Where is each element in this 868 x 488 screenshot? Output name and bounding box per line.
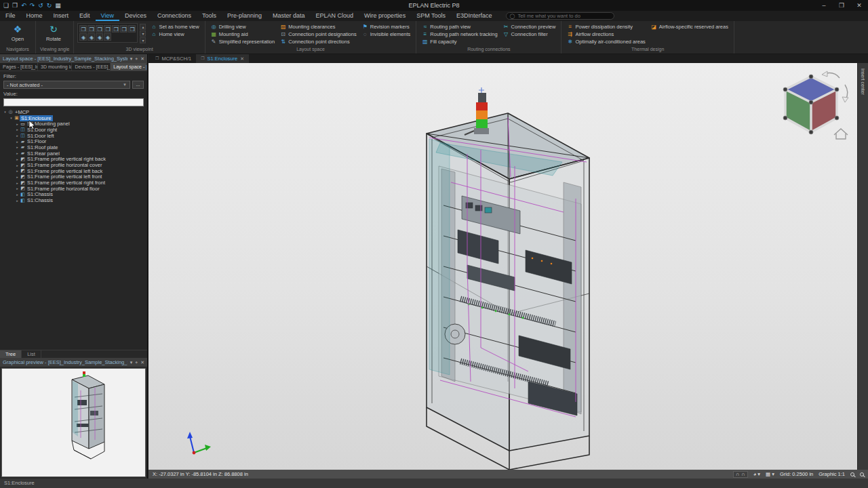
connection-filter-button[interactable]: ▽Connection filter <box>501 30 558 38</box>
tree-item-s1-frame-profile-vertical-left-back[interactable]: ▸◩S1:Frame profile vertical left back <box>0 168 147 174</box>
expander-closed-icon[interactable]: ▸ <box>15 169 20 173</box>
redo-icon[interactable]: ↷ <box>30 0 35 11</box>
routing-path-network-tracking-button[interactable]: ≡Routing path network tracking <box>420 30 499 38</box>
document-tab-s1-enclosure[interactable]: ❒S1:Enclosure✕ <box>196 54 249 63</box>
menu-home[interactable]: Home <box>21 11 48 21</box>
navigator-tab-layout-space-e[interactable]: Layout space - [E... <box>111 63 147 70</box>
logic-snap-icon[interactable]: ∩ <box>736 471 739 478</box>
simplified-representation-button[interactable]: ✎Simplified representation <box>209 38 277 45</box>
navigator-tab-3d-mounting-lay[interactable]: 3D mounting lay... <box>38 63 72 70</box>
layer-icon[interactable]: ◕ ▾ <box>753 471 760 478</box>
open-button[interactable]: ❖Open <box>3 22 32 42</box>
invisible-elements-button[interactable]: ◌Invisible elements <box>360 30 413 38</box>
revision-markers-button[interactable]: ⚑Revision markers <box>360 23 413 30</box>
tree-item-s1-frame-profile-vertical-right-front[interactable]: ▸◩S1:Frame profile vertical right front <box>0 180 147 186</box>
routing-path-view-button[interactable]: ≈Routing path view <box>420 23 499 30</box>
filter-combobox[interactable]: - Not activated - ▼ <box>3 81 130 89</box>
preview-close-icon[interactable]: ✕ <box>140 360 144 365</box>
optimally-air-conditioned-areas-button[interactable]: ❄Optimally air-conditioned areas <box>565 38 647 45</box>
tree-item-s1-frame-profile-vertical-right-back[interactable]: ▸◩S1:Frame profile vertical right back <box>0 157 147 163</box>
airflow-specific-reserved-areas-button[interactable]: ◪Airflow-specific reserved areas <box>649 23 730 30</box>
fill-capacity-button[interactable]: ▥Fill capacity <box>420 38 499 45</box>
menu-view[interactable]: View <box>96 11 119 21</box>
menu-edit[interactable]: Edit <box>74 11 96 21</box>
grid-display-icon[interactable]: ▦ ▾ <box>766 471 774 478</box>
restore-button[interactable]: ❐ <box>833 0 850 11</box>
zoom-in-icon[interactable] <box>850 472 854 476</box>
view-tab-tree[interactable]: Tree <box>0 350 22 358</box>
redo-list-icon[interactable]: ↻ <box>47 0 52 11</box>
menu-file[interactable]: File <box>0 11 21 21</box>
tree-item-s1-roof-plate[interactable]: ▸▰S1:Roof plate <box>0 144 147 150</box>
navigator-tab-devices-ees-in[interactable]: Devices - [EES]_In... <box>72 63 111 70</box>
menu-connections[interactable]: Connections <box>152 11 197 21</box>
expander-closed-icon[interactable]: ▸ <box>15 145 20 149</box>
viewpoint-cube-icon[interactable]: ❒ <box>96 25 103 33</box>
grid-snap-icon[interactable]: ∩ <box>741 471 745 478</box>
connection-point-designations-button[interactable]: ⊡Connection point designations <box>278 30 359 38</box>
menu-e3dinterface[interactable]: E3DInterface <box>451 11 498 21</box>
connection-preview-button[interactable]: ✂Connection preview <box>501 23 558 30</box>
scroll-down-icon[interactable]: ▾ <box>140 30 146 37</box>
expander-open-icon[interactable]: ▾ <box>9 116 14 120</box>
value-input[interactable] <box>3 98 144 106</box>
tree-item-s1-door-left[interactable]: ▸◫S1:Door left <box>0 133 147 139</box>
expander-closed-icon[interactable]: ▸ <box>15 163 20 167</box>
power-dissipation-density-button[interactable]: ≡Power dissipation density <box>565 23 647 30</box>
menu-eplan-cloud[interactable]: EPLAN Cloud <box>311 11 359 21</box>
viewpoint-cube-icon[interactable]: ❒ <box>120 25 127 33</box>
expander-closed-icon[interactable]: ▸ <box>15 192 20 197</box>
viewpoint-cube-icon[interactable]: ❒ <box>112 25 119 33</box>
undo-icon[interactable]: ↶ <box>21 0 26 11</box>
view-tab-list[interactable]: List <box>22 350 41 358</box>
expander-closed-icon[interactable]: ▸ <box>15 134 20 138</box>
expander-open-icon[interactable]: ▾ <box>3 110 7 114</box>
viewpoint-cube-icon[interactable]: ❒ <box>104 25 111 33</box>
3d-viewport[interactable]: Insert center <box>149 63 868 470</box>
panel-dropdown-icon[interactable]: ▾ <box>130 56 133 62</box>
navigation-cube-widget[interactable] <box>777 68 852 144</box>
filter-browse-button[interactable]: ... <box>132 81 144 89</box>
tree-item-s1-door-right[interactable]: ▸◫S1:Door right <box>0 127 147 133</box>
panel-pin-icon[interactable]: ⌖ <box>135 56 138 62</box>
menu-master-data[interactable]: Master data <box>267 11 311 21</box>
navigator-tab-pages-ees-ind[interactable]: Pages - [EES]_Ind... <box>0 63 38 70</box>
document-tab-mcp-sch-1[interactable]: ❒MCP&SCH/1 <box>151 54 196 63</box>
close-button[interactable]: ✕ <box>850 0 868 11</box>
expander-closed-icon[interactable]: ▸ <box>15 175 20 179</box>
tree-item-s1-chassis[interactable]: ▸◧S1:Chassis <box>0 197 147 203</box>
preview-pin-icon[interactable]: ⌖ <box>135 360 138 365</box>
viewpoint-sphere-icon[interactable]: ◈ <box>96 33 103 41</box>
viewpoint-sphere-icon[interactable]: ◈ <box>104 33 111 41</box>
home-view-button[interactable]: ⌂Home view <box>149 30 201 38</box>
expander-closed-icon[interactable]: ▸ <box>15 122 20 126</box>
tree-item-mcp[interactable]: ▾◎+MCP <box>0 109 147 115</box>
expander-closed-icon[interactable]: ▸ <box>15 186 20 190</box>
tree-item-s1-mounting-panel[interactable]: ▸▭S1:Mounting panel <box>0 121 147 127</box>
menu-tools[interactable]: Tools <box>197 11 222 21</box>
tree-item-s1-frame-profile-vertical-left-front[interactable]: ▸◩S1:Frame profile vertical left front <box>0 174 147 180</box>
preview-dropdown-icon[interactable]: ▾ <box>130 360 133 365</box>
set-as-home-view-button[interactable]: ⌂Set as home view <box>149 23 201 30</box>
zoom-window-icon[interactable] <box>860 472 864 476</box>
expander-closed-icon[interactable]: ▸ <box>15 140 20 144</box>
tree-item-s1-frame-profile-horizontal-floor[interactable]: ▸◩S1:Frame profile horizontal floor <box>0 186 147 192</box>
undo-list-icon[interactable]: ↺ <box>38 0 43 11</box>
menu-devices[interactable]: Devices <box>119 11 152 21</box>
tree-item-s1-rear-panel[interactable]: ▸▰S1:Rear panel <box>0 150 147 157</box>
minimize-button[interactable]: – <box>815 0 833 11</box>
menu-pre-planning[interactable]: Pre-planning <box>222 11 267 21</box>
insert-center-dock[interactable]: Insert center <box>857 63 868 470</box>
new-icon[interactable]: ❏ <box>3 0 9 11</box>
viewpoint-cube-icon[interactable]: ❒ <box>128 25 136 33</box>
menu-wire-properties[interactable]: Wire properties <box>359 11 411 21</box>
expander-closed-icon[interactable]: ▸ <box>15 199 20 203</box>
preview-canvas[interactable] <box>1 368 146 477</box>
viewpoint-cube-icon[interactable]: ❒ <box>87 25 95 33</box>
menu-insert[interactable]: Insert <box>48 11 75 21</box>
connection-point-directions-button[interactable]: ⇅Connection point directions <box>278 38 359 45</box>
search-box[interactable]: ◯ <box>506 12 614 20</box>
open-icon[interactable]: ❐ <box>12 0 18 11</box>
tree-item-s1-enclosure[interactable]: ▾▣S1:Enclosure <box>0 115 147 121</box>
rotate-button[interactable]: ↻Rotate <box>39 22 68 42</box>
